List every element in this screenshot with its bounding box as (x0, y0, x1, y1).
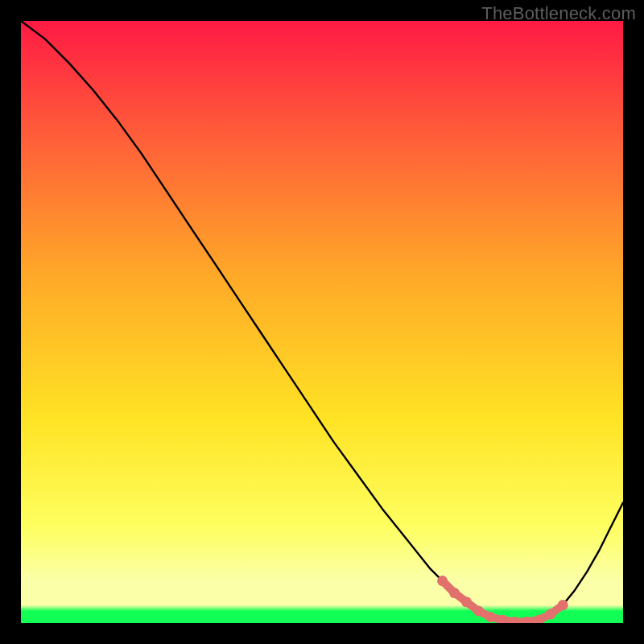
optimum-marker-dot (473, 606, 484, 617)
plot-area (21, 21, 623, 623)
optimum-marker-dot (437, 576, 448, 586)
optimum-marker-dot (461, 597, 472, 607)
optimum-marker-dot (449, 588, 460, 598)
optimum-marker-dot (546, 609, 556, 619)
optimum-marker-dot (558, 600, 568, 610)
watermark-text: TheBottleneck.com (481, 3, 636, 24)
chart-frame: TheBottleneck.com (0, 0, 644, 644)
optimum-marker-dot (485, 612, 496, 622)
chart-svg (21, 21, 623, 623)
